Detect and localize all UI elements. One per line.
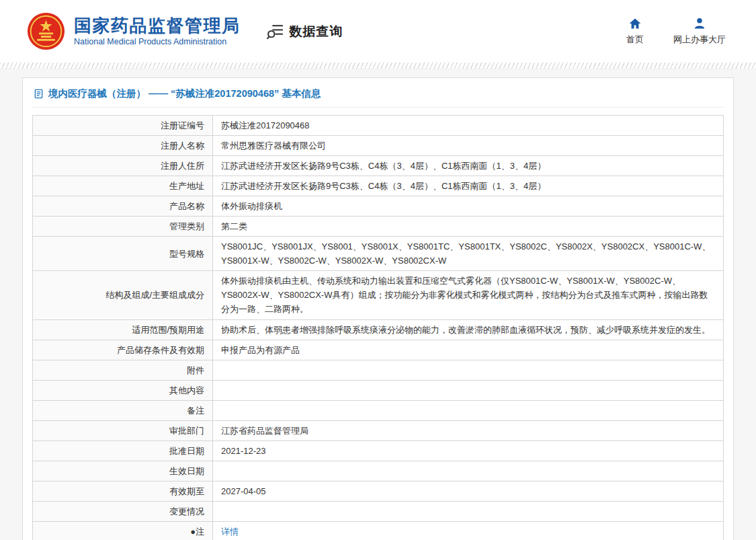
table-row: 结构及组成/主要组成成分 体外振动排痰机由主机、传动系统和动力输出装置和压缩空气… xyxy=(33,271,724,319)
table-row: ●注 详情 xyxy=(33,521,724,540)
row-label: 产品名称 xyxy=(33,196,213,217)
row-value: 常州思雅医疗器械有限公司 xyxy=(213,136,724,156)
table-row: 审批部门 江苏省药品监督管理局 xyxy=(33,420,724,440)
table-row: 备注 xyxy=(33,400,724,420)
row-value: 苏械注准20172090468 xyxy=(213,116,724,136)
table-row: 注册证编号 苏械注准20172090468 xyxy=(33,116,724,136)
row-value xyxy=(213,400,724,420)
row-label: 备注 xyxy=(33,400,213,420)
table-row: 型号规格 YS8001JC、YS8001JX、YS8001、YS8001X、YS… xyxy=(33,237,724,271)
national-emblem-icon xyxy=(27,12,65,50)
table-row: 注册人住所 江苏武进经济开发区长扬路9号C3栋、C4栋（3、4层）、C1栋西南面… xyxy=(33,156,724,176)
info-card: 境内医疗器械（注册） —— “苏械注准20172090468” 基本信息 注册证… xyxy=(22,77,734,540)
info-table-body: 注册证编号 苏械注准20172090468 注册人名称 常州思雅医疗器械有限公司… xyxy=(33,116,724,540)
table-row: 产品名称 体外振动排痰机 xyxy=(33,196,724,217)
row-label: 审批部门 xyxy=(33,420,213,440)
table-row: 生效日期 xyxy=(33,461,724,481)
page-title: 境内医疗器械（注册） —— “苏械注准20172090468” 基本信息 xyxy=(32,86,724,108)
row-value: YS8001JC、YS8001JX、YS8001、YS8001X、YS8001T… xyxy=(213,237,724,271)
row-label: 生产地址 xyxy=(33,176,213,196)
nav-service-hall[interactable]: 网上办事大厅 xyxy=(673,17,726,46)
table-row: 附件 xyxy=(33,360,724,380)
row-label: 产品储存条件及有效期 xyxy=(33,340,213,360)
data-query-icon xyxy=(266,22,284,40)
site-header: 国家药品监督管理局 National Medical Products Admi… xyxy=(0,0,756,63)
row-label: 注册人名称 xyxy=(33,136,213,156)
row-label: 结构及组成/主要组成成分 xyxy=(33,271,213,319)
stripe-divider xyxy=(0,63,756,69)
row-value: 江苏武进经济开发区长扬路9号C3栋、C4栋（3、4层）、C1栋西南面（1、3、4… xyxy=(213,176,724,196)
table-row: 产品储存条件及有效期 申报产品为有源产品 xyxy=(33,340,724,360)
nav-service-hall-label: 网上办事大厅 xyxy=(673,34,726,46)
data-query-tab[interactable]: 数据查询 xyxy=(266,22,343,40)
logo: 国家药品监督管理局 National Medical Products Admi… xyxy=(27,12,241,50)
row-value xyxy=(213,360,724,380)
row-label: 注册人住所 xyxy=(33,156,213,176)
row-label: 适用范围/预期用途 xyxy=(33,319,213,340)
content: 境内医疗器械（注册） —— “苏械注准20172090468” 基本信息 注册证… xyxy=(0,69,756,540)
nav-home-label: 首页 xyxy=(626,34,644,46)
table-row: 管理类别 第二类 xyxy=(33,217,724,237)
row-value: 体外振动排痰机由主机、传动系统和动力输出装置和压缩空气式雾化器（仅YS8001C… xyxy=(213,271,724,319)
row-value: 第二类 xyxy=(213,217,724,237)
row-label: 有效期至 xyxy=(33,481,213,501)
table-row: 注册人名称 常州思雅医疗器械有限公司 xyxy=(33,136,724,156)
table-row: 其他内容 xyxy=(33,380,724,400)
top-nav: 首页 网上办事大厅 xyxy=(626,17,726,46)
nav-home[interactable]: 首页 xyxy=(626,17,644,46)
org-name-en: National Medical Products Administration xyxy=(74,37,241,46)
row-value: 详情 xyxy=(213,521,724,540)
row-value: 江苏武进经济开发区长扬路9号C3栋、C4栋（3、4层）、C1栋西南面（1、3、4… xyxy=(213,156,724,176)
row-label: 批准日期 xyxy=(33,440,213,461)
row-label: 生效日期 xyxy=(33,461,213,481)
data-query-label: 数据查询 xyxy=(290,23,343,40)
row-value: 协助术后、体弱患者增强排除呼吸系统痰液分泌物的能力，改善淤滞的肺部血液循环状况，… xyxy=(213,319,724,340)
row-value xyxy=(213,380,724,400)
row-label: 型号规格 xyxy=(33,237,213,271)
row-value xyxy=(213,461,724,481)
document-icon xyxy=(34,89,44,99)
person-icon xyxy=(693,17,706,30)
row-label: 其他内容 xyxy=(33,380,213,400)
row-value: 申报产品为有源产品 xyxy=(213,340,724,360)
row-label: 注册证编号 xyxy=(33,116,213,136)
page-title-text: 境内医疗器械（注册） —— “苏械注准20172090468” 基本信息 xyxy=(48,87,321,100)
table-row: 有效期至 2027-04-05 xyxy=(33,481,724,501)
row-value: 2027-04-05 xyxy=(213,481,724,501)
detail-link[interactable]: 详情 xyxy=(221,527,239,537)
table-row: 批准日期 2021-12-23 xyxy=(33,440,724,461)
row-value: 2021-12-23 xyxy=(213,440,724,461)
row-label: 管理类别 xyxy=(33,217,213,237)
row-value xyxy=(213,501,724,521)
org-name-cn: 国家药品监督管理局 xyxy=(74,16,241,36)
table-row: 生产地址 江苏武进经济开发区长扬路9号C3栋、C4栋（3、4层）、C1栋西南面（… xyxy=(33,176,724,196)
org-names: 国家药品监督管理局 National Medical Products Admi… xyxy=(74,16,241,47)
row-label: ●注 xyxy=(33,521,213,540)
table-row: 变更情况 xyxy=(33,501,724,521)
home-icon xyxy=(628,17,642,30)
row-value: 体外振动排痰机 xyxy=(213,196,724,217)
row-label: 变更情况 xyxy=(33,501,213,521)
row-label: 附件 xyxy=(33,360,213,380)
info-table: 注册证编号 苏械注准20172090468 注册人名称 常州思雅医疗器械有限公司… xyxy=(32,115,724,540)
row-value: 江苏省药品监督管理局 xyxy=(213,420,724,440)
table-row: 适用范围/预期用途 协助术后、体弱患者增强排除呼吸系统痰液分泌物的能力，改善淤滞… xyxy=(33,319,724,340)
